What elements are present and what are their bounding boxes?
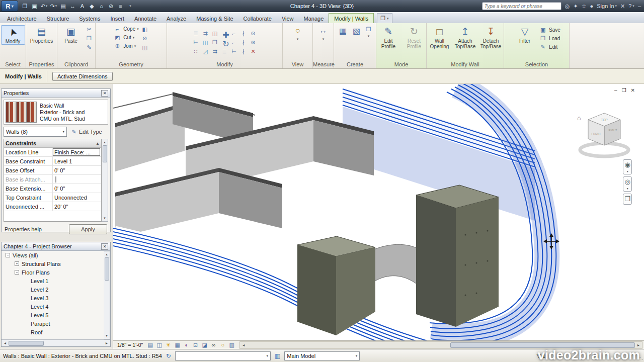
trim-corner-icon[interactable]: ⌐	[229, 39, 238, 47]
copy-icon[interactable]: ❐	[210, 39, 219, 47]
wall-joins-icon[interactable]: ◫	[140, 43, 149, 51]
property-row[interactable]: Top Constraint Unconnected	[4, 193, 101, 202]
project-browser-header[interactable]: Chapter 4 - Project Browser ✕	[2, 242, 110, 251]
tab-systems[interactable]: Systems	[74, 14, 105, 23]
property-value[interactable]: Unconnected	[53, 195, 101, 201]
stair-shaft-large[interactable]	[416, 185, 499, 327]
rendering-icon[interactable]: ◐	[182, 341, 191, 349]
collapse-box-icon[interactable]: −	[15, 270, 19, 275]
exchange-apps-button[interactable]: ✕	[620, 3, 625, 10]
hide-reveal-icon[interactable]: ○	[292, 25, 304, 36]
tree-item-parapet[interactable]: Parapet	[2, 319, 110, 328]
property-value[interactable]: Level 1	[53, 158, 101, 164]
filter-button[interactable]: ▽ Filter	[513, 25, 537, 44]
wall-opening-button[interactable]: ◻ Wall Opening	[428, 25, 452, 49]
scroll-right-icon[interactable]: ►	[103, 341, 110, 345]
edit-profile-button[interactable]: ✎ Edit Profile	[376, 25, 400, 49]
scroll-right-icon[interactable]: ►	[635, 343, 642, 347]
section-button[interactable]: ⊘	[106, 2, 116, 11]
scrollbar-thumb[interactable]	[9, 341, 44, 346]
text-button[interactable]: A	[77, 2, 87, 11]
align-icon[interactable]: ≣	[191, 30, 200, 38]
element-filter-combobox[interactable]: Walls (8) ▾	[4, 127, 67, 137]
tree-item-roof[interactable]: Roof	[2, 328, 110, 336]
offset-copy-icon[interactable]: ⇉	[210, 48, 219, 56]
split-icon[interactable]: ∤	[239, 30, 248, 38]
tree-item-structural-plans[interactable]: + Structural Plans	[2, 259, 110, 268]
design-options-icon[interactable]: ▥	[275, 352, 280, 359]
join-button[interactable]: ⊕Join▾	[113, 42, 138, 50]
checkbox[interactable]	[55, 176, 56, 183]
trim-extend-icon[interactable]: ⌐	[229, 30, 238, 38]
create-parts-icon[interactable]: ▦	[337, 25, 349, 36]
application-menu-button[interactable]: R ▾	[1, 1, 18, 12]
tree-item-level-4[interactable]: Level 4	[2, 302, 110, 311]
type-selector-preview[interactable]: Basic Wall Exterior - Brick and CMU on M…	[4, 100, 108, 125]
scroll-down-icon[interactable]: ▼	[103, 215, 106, 221]
favorites-button[interactable]: ☆	[582, 3, 587, 10]
tab-analyze[interactable]: Analyze	[162, 14, 191, 23]
tab-insert[interactable]: Insert	[106, 14, 130, 23]
properties-scrollbar[interactable]: ▲ ▼	[102, 139, 108, 222]
paint-icon[interactable]: ◧	[140, 25, 149, 33]
mirror-axis-icon[interactable]: ◫	[210, 30, 219, 38]
unpin-icon[interactable]: ⊛	[249, 39, 258, 47]
align-dim-icon[interactable]: ≣	[220, 48, 229, 56]
tab-architecture[interactable]: Architecture	[2, 14, 42, 23]
reset-profile-button[interactable]: ↻ Reset Profile	[402, 25, 426, 49]
measure-button[interactable]: ↔	[68, 2, 77, 11]
tab-annotate[interactable]: Annotate	[129, 14, 162, 23]
scroll-down-icon[interactable]: ▼	[105, 333, 108, 339]
match-type-icon[interactable]: ✎	[85, 43, 94, 51]
redo-button[interactable]: ↷▾	[49, 2, 58, 11]
edit-type-button[interactable]: ✎ Edit Type	[69, 127, 104, 136]
measure-tool-icon[interactable]: ↔	[317, 25, 330, 36]
edit-selection-button[interactable]: ✎Edit	[538, 43, 560, 51]
tree-item-level-1[interactable]: Level 1	[2, 277, 110, 285]
scroll-up-icon[interactable]: ▲	[105, 251, 108, 257]
viewcube-home-icon[interactable]: ⌂	[577, 114, 581, 122]
property-row[interactable]: Location Line Finish Face: ...	[4, 148, 101, 157]
design-option-combobox[interactable]: Main Model ▾	[284, 351, 360, 360]
tab-massing-site[interactable]: Massing & Site	[191, 14, 238, 23]
expand-box-icon[interactable]: +	[15, 261, 19, 266]
scroll-left-icon[interactable]: ◄	[2, 341, 9, 345]
delete-icon[interactable]: ✕	[249, 48, 258, 56]
property-row[interactable]: Base Constraint Level 1	[4, 157, 101, 166]
reveal-hidden-icon[interactable]: ○	[218, 341, 227, 349]
3d-view-canvas[interactable]: ⌂ TOP FRONT RIGHT	[113, 84, 644, 340]
scrollbar-thumb[interactable]	[105, 257, 109, 281]
cut-to-clipboard-icon[interactable]: ✂	[85, 25, 94, 33]
property-value[interactable]: 0' 0"	[53, 167, 101, 173]
attach-top-base-button[interactable]: ↥ Attach Top/Base	[453, 25, 477, 49]
save-selection-button[interactable]: ▣Save	[538, 26, 560, 34]
minimize-ribbon-button[interactable]: ‒	[638, 3, 641, 9]
tree-item-floor-plans[interactable]: − Floor Plans	[2, 268, 110, 277]
close-icon[interactable]: ✕	[101, 90, 108, 97]
extend-icon[interactable]: ⊢	[191, 39, 200, 47]
visual-style-icon[interactable]: ◫	[155, 341, 164, 349]
properties-palette-header[interactable]: Properties ✕	[2, 89, 110, 98]
modify-button[interactable]: ➤ Modify	[1, 25, 25, 45]
crop-view-icon[interactable]: ⊡	[191, 341, 200, 349]
tree-item-level-3[interactable]: Level 3	[2, 294, 110, 302]
pin-icon[interactable]: ⊙	[249, 30, 258, 38]
scroll-up-icon[interactable]: ▲	[103, 139, 106, 145]
tab-structure[interactable]: Structure	[42, 14, 74, 23]
paste-button[interactable]: ▣ Paste	[59, 25, 83, 44]
restore-view-icon[interactable]: ❐	[622, 87, 626, 93]
worksharing-sync-icon[interactable]: ↻	[166, 352, 171, 359]
show-crop-icon[interactable]: ◪	[200, 341, 209, 349]
scrollbar-thumb[interactable]	[103, 145, 107, 162]
tab-modify-walls[interactable]: Modify | Walls	[329, 13, 374, 23]
workset-combobox[interactable]: ▾	[175, 351, 271, 360]
copy-to-clipboard-icon[interactable]: ❐	[85, 34, 94, 42]
scrollbar-thumb[interactable]	[450, 342, 635, 348]
pan-button[interactable]: ❐	[623, 194, 632, 205]
ribbon-state-toggle[interactable]: ❐▾	[377, 13, 392, 23]
demolish-icon[interactable]: ⊘	[140, 34, 149, 42]
zoom-button[interactable]: ◎ ▾	[623, 176, 632, 192]
worksharing-display-icon[interactable]: ▥	[227, 341, 236, 349]
steering-wheel-button[interactable]: ◉ ▾	[623, 159, 632, 174]
cut-geometry-button[interactable]: ◩Cut▾	[113, 34, 138, 41]
